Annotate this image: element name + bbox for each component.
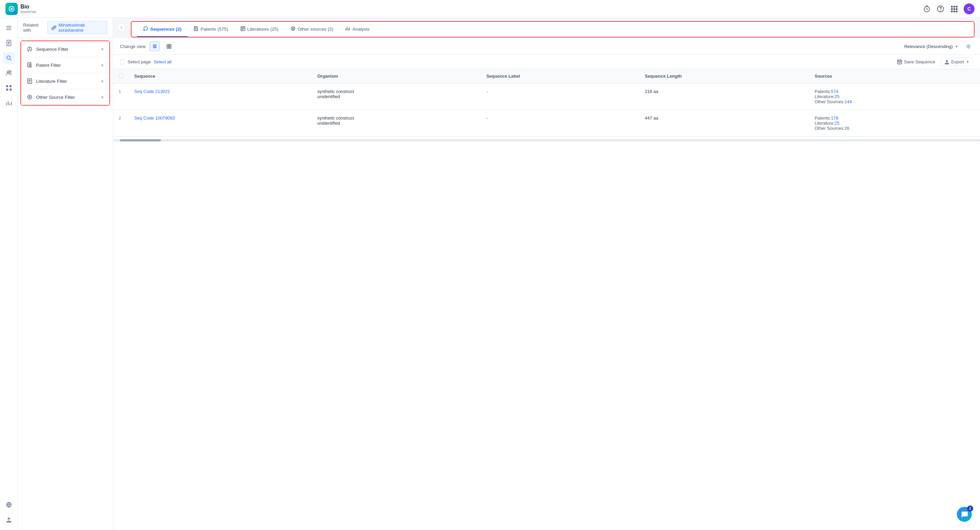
grid-view-button[interactable] bbox=[164, 41, 174, 51]
row-2-num: 2 bbox=[113, 110, 129, 136]
svg-rect-11 bbox=[953, 11, 955, 12]
toolbar-left: Change view bbox=[120, 41, 174, 51]
tab-other-sources[interactable]: Other sources (2) bbox=[285, 22, 339, 37]
tab-analysis[interactable]: Analysis bbox=[339, 22, 375, 37]
row-2-sequence: Seq Code 10079093 bbox=[129, 110, 312, 136]
svg-point-3 bbox=[940, 11, 941, 11]
row-1-other: Other Sources:144 bbox=[815, 99, 975, 104]
logo-icon[interactable] bbox=[5, 3, 18, 15]
sidebar-item-menu[interactable] bbox=[3, 22, 15, 34]
select-page-checkbox[interactable] bbox=[120, 60, 125, 64]
sidebar-item-chart[interactable] bbox=[3, 97, 15, 109]
chat-badge: 2 bbox=[967, 505, 973, 512]
svg-rect-37 bbox=[897, 60, 902, 64]
left-sidebar bbox=[0, 18, 18, 530]
sidebar-item-grid[interactable] bbox=[3, 82, 15, 94]
svg-point-25 bbox=[28, 95, 32, 99]
sort-dropdown[interactable]: Relevance (Descending) ▼ bbox=[904, 44, 958, 49]
filter-header-literature[interactable]: Literature Filter ∨ bbox=[21, 73, 110, 89]
other-source-filter-chevron[interactable]: ∨ bbox=[101, 95, 104, 100]
tabs-bar: Sequences (2) Patents (575) bbox=[131, 21, 975, 38]
sequence-filter-chevron[interactable]: ∨ bbox=[101, 47, 104, 51]
related-tag[interactable]: 🧬 Mirvetuximab soravtansine bbox=[48, 21, 107, 34]
col-organism: Organism bbox=[312, 69, 481, 83]
logo-bypatsnap: bypatsnap bbox=[21, 10, 36, 14]
filter-header-other[interactable]: Other Source Filter ∨ bbox=[21, 89, 110, 105]
row-1-patents-link[interactable]: 574 bbox=[831, 89, 838, 94]
row-2-other-link[interactable]: 26 bbox=[845, 126, 849, 131]
navbar-right: C bbox=[923, 3, 975, 14]
svg-rect-12 bbox=[956, 11, 958, 12]
patent-filter-chevron[interactable]: ∨ bbox=[101, 63, 104, 67]
svg-rect-7 bbox=[951, 8, 953, 10]
row-1-literature-link[interactable]: 25 bbox=[835, 94, 839, 99]
sidebar-item-document[interactable] bbox=[3, 37, 15, 49]
chat-bubble-button[interactable]: 2 bbox=[957, 507, 972, 522]
svg-rect-17 bbox=[6, 85, 8, 87]
main-wrapper: Related with 🧬 Mirvetuximab soravtansine bbox=[18, 18, 980, 530]
sidebar-item-upload[interactable] bbox=[3, 514, 15, 526]
literature-filter-chevron[interactable]: ∨ bbox=[101, 79, 104, 83]
svg-rect-33 bbox=[169, 44, 171, 46]
col-sources: Sources bbox=[809, 69, 980, 83]
svg-point-31 bbox=[293, 28, 294, 29]
col-checkbox bbox=[113, 69, 129, 83]
timer-icon[interactable] bbox=[923, 5, 931, 13]
filter-section-other: Other Source Filter ∨ bbox=[21, 89, 110, 105]
toolbar-right: Relevance (Descending) ▼ bbox=[904, 41, 973, 51]
tab-sequences[interactable]: Sequences (2) bbox=[137, 22, 188, 37]
related-bar: Related with 🧬 Mirvetuximab soravtansine bbox=[18, 18, 113, 38]
sequence-table: Sequence Organism Sequence Label Sequenc… bbox=[113, 69, 980, 530]
top-navbar: Bio bypatsnap C bbox=[0, 0, 980, 18]
svg-rect-34 bbox=[167, 47, 169, 48]
row-2-patents-link[interactable]: 178 bbox=[831, 116, 838, 121]
row-1-patents: Patents:574 bbox=[815, 89, 975, 94]
select-all-checkbox[interactable] bbox=[119, 73, 123, 78]
row-2-length: 447 aa bbox=[639, 110, 809, 136]
save-sequence-button[interactable]: Save Sequence bbox=[897, 59, 935, 64]
svg-rect-5 bbox=[953, 6, 955, 8]
filter-section-literature: Literature Filter ∨ bbox=[21, 73, 110, 89]
seq-code-1-link[interactable]: Seq Code 213022 bbox=[134, 89, 170, 94]
tab-literatures[interactable]: Literatures (25) bbox=[234, 22, 285, 37]
list-view-button[interactable] bbox=[150, 41, 160, 51]
other-source-filter-label: Other Source Filter bbox=[36, 95, 75, 100]
related-tag-text: Mirvetuximab soravtansine bbox=[59, 22, 103, 33]
select-all-link[interactable]: Select all bbox=[154, 59, 172, 64]
filter-header-patent[interactable]: Patent Filter ∨ bbox=[21, 57, 110, 73]
svg-rect-32 bbox=[167, 44, 169, 46]
svg-point-26 bbox=[29, 97, 30, 98]
svg-rect-20 bbox=[10, 89, 11, 90]
row-2-literature-link[interactable]: 25 bbox=[835, 121, 839, 126]
sidebar-item-users[interactable] bbox=[3, 67, 15, 79]
filter-panel-sections: Sequence Filter ∨ Patent F bbox=[21, 41, 110, 106]
collapse-sidebar-button[interactable]: ‹ bbox=[117, 23, 126, 31]
svg-point-36 bbox=[968, 46, 969, 48]
row-1-literature: Literature:25 bbox=[815, 94, 975, 99]
sort-dropdown-icon: ▼ bbox=[955, 44, 958, 48]
sidebar-item-globe[interactable] bbox=[3, 499, 15, 511]
help-icon[interactable] bbox=[936, 5, 945, 13]
toolbar: Change view Relevance (Descending) ▼ bbox=[113, 38, 980, 55]
seq-code-2-link[interactable]: Seq Code 10079093 bbox=[134, 116, 175, 121]
select-bar-right: Save Sequence Export ▼ bbox=[897, 57, 973, 66]
analysis-tab-icon bbox=[345, 26, 350, 32]
svg-rect-8 bbox=[953, 8, 955, 10]
sort-label: Relevance (Descending) bbox=[904, 44, 953, 49]
user-avatar[interactable]: C bbox=[964, 3, 975, 14]
svg-rect-9 bbox=[956, 8, 958, 10]
svg-point-0 bbox=[11, 8, 13, 10]
filter-header-sequence[interactable]: Sequence Filter ∨ bbox=[21, 41, 110, 57]
horizontal-scrollbar[interactable] bbox=[113, 139, 980, 141]
tab-patents[interactable]: Patents (575) bbox=[188, 22, 234, 37]
row-1-length: 218 aa bbox=[639, 83, 809, 110]
apps-icon[interactable] bbox=[950, 5, 958, 13]
patent-filter-label: Patent Filter bbox=[36, 63, 61, 68]
export-button[interactable]: Export ▼ bbox=[941, 57, 973, 66]
row-1-other-link[interactable]: 144 bbox=[845, 99, 852, 104]
sidebar-item-search[interactable] bbox=[3, 52, 15, 64]
svg-point-22 bbox=[28, 50, 29, 51]
select-page-label: Select page bbox=[127, 59, 151, 64]
other-sources-tab-label: Other sources (2) bbox=[298, 27, 333, 32]
settings-gear-button[interactable] bbox=[964, 41, 973, 51]
